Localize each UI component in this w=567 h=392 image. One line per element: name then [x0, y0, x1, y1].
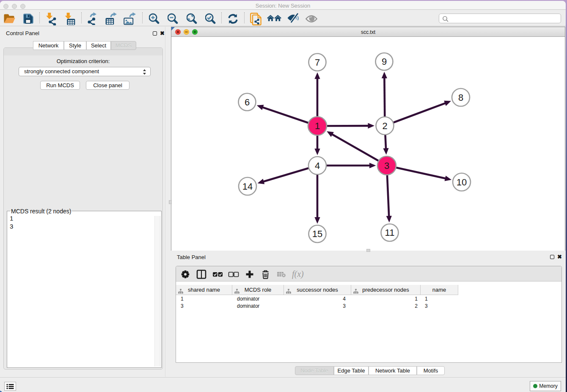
- svg-text:8: 8: [458, 92, 463, 103]
- svg-text:9: 9: [382, 56, 387, 67]
- svg-text:1: 1: [315, 121, 320, 131]
- svg-text:11: 11: [385, 227, 395, 238]
- svg-text:10: 10: [457, 177, 467, 188]
- svg-text:4: 4: [315, 160, 320, 171]
- svg-text:14: 14: [242, 181, 253, 192]
- svg-text:2: 2: [382, 121, 387, 131]
- svg-text:6: 6: [245, 97, 250, 108]
- svg-text:15: 15: [312, 229, 322, 239]
- svg-text:f(x): f(x): [292, 269, 304, 279]
- svg-text:3: 3: [384, 160, 389, 171]
- svg-text:7: 7: [315, 57, 320, 68]
